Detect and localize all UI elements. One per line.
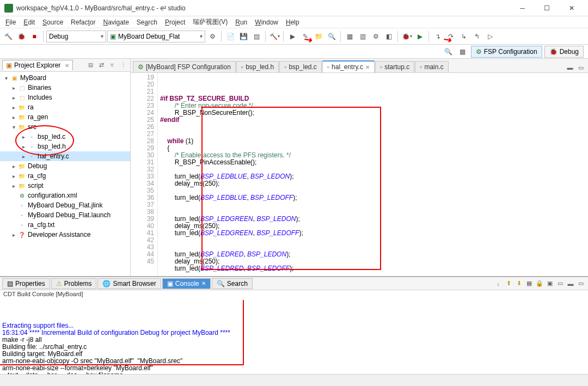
tab-bsp-led-c[interactable]: ▫bsp_led.c [279,61,322,72]
tree-includes[interactable]: ▸⬚Includes [0,93,130,102]
file-icon: ▫ [380,63,382,71]
build-dropdown[interactable]: 🔨▾ [268,30,280,42]
step-over-button[interactable]: ↷ [445,30,457,42]
gear-button[interactable]: ⚙ [370,30,382,42]
project-explorer-tab[interactable]: ▣ Project Explorer ✕ [2,60,73,70]
collapse-all-button[interactable]: ⊟ [85,60,95,70]
search-icon[interactable]: 🔍 [443,46,455,58]
tree-launch[interactable]: ▫MyBoard Debug_Flat.launch [0,210,130,220]
build-button[interactable]: 🔨 [2,30,14,42]
tree-config-xml[interactable]: ⚙configuration.xml [0,191,130,200]
tab-bsp-led-h[interactable]: ▫bsp_led.h [236,61,279,72]
new-button[interactable]: 📄 [224,30,236,42]
tree-ra-gen[interactable]: ▸📁ra_gen [0,112,130,122]
tool-button-3[interactable]: ▥ [357,30,369,42]
menu-window[interactable]: Window [252,17,281,27]
tree-ra-cfg-txt[interactable]: ▫ra_cfg.txt [0,220,130,230]
launch-config-combo[interactable]: ▣ MyBoard Debug_Flat ▾ [107,30,205,42]
menu-help[interactable]: Help [283,17,303,27]
minimize-button[interactable]: ─ [510,1,535,16]
perspective-fsp[interactable]: ⚙ FSP Configuration [471,46,542,58]
project-tree[interactable]: ▾▣MyBoard ▸⬚Binaries ▸⬚Includes ▸📁ra ▸📁r… [0,72,130,276]
editor-tabs: ⚙[MyBoard] FSP Configuration ▫bsp_led.h … [131,59,588,73]
menu-edit[interactable]: Edit [20,17,38,27]
console-output[interactable]: Extracting support files...16:31:04 ****… [0,300,588,374]
view-menu-button[interactable]: ⋮ [118,60,128,70]
bottom-tabs: ▤Properties ⚠Problems 🌐Smart Browser ▣Co… [0,277,588,290]
menu-renesas[interactable]: 瑞萨视图(V) [189,16,231,28]
launch-mode-combo[interactable]: Debug ▾ [46,30,106,42]
tree-binaries[interactable]: ▸⬚Binaries [0,83,130,93]
console-clear-button[interactable]: ▦ [524,279,534,289]
maximize-view-button[interactable]: ▭ [576,63,586,72]
folder-button[interactable]: 📁 [313,30,324,42]
tree-hal-entry-c[interactable]: ▸▫hal_entry.c [0,151,130,161]
close-button[interactable]: ✕ [559,1,584,16]
resume-button[interactable]: ▷ [484,30,496,42]
tab-startup-c[interactable]: ▫startup.c [375,61,414,72]
open-perspective-button[interactable]: ▦ [457,46,469,58]
perspective-debug[interactable]: 🐞 Debug [544,46,584,58]
console-up-button[interactable]: ⬆ [504,279,513,289]
editor-body: 1920212223242526272829303132333435363738… [131,73,588,276]
code-editor[interactable]: #if BSP_TZ_SECURE_BUILD /* Enter non-sec… [158,73,588,276]
debug-button[interactable]: 🐞 [15,30,27,42]
tab-properties[interactable]: ▤Properties [2,278,50,289]
menu-search[interactable]: Search [133,17,161,27]
filter-button[interactable]: ▿ [107,60,117,70]
tool-button-4[interactable]: ◧ [383,30,395,42]
tree-bsp-led-h[interactable]: ▸▫bsp_led.h [0,142,130,151]
tool-button-2[interactable]: ▦ [344,30,356,42]
debug-dropdown[interactable]: 🐞▾ [401,30,413,42]
launch-config-value: MyBoard Debug_Flat [118,33,180,40]
project-explorer: ▣ Project Explorer ✕ ⊟ ⇄ ▿ ⋮ ▾▣MyBoard ▸… [0,59,131,276]
tab-console[interactable]: ▣Console✕ [162,278,211,289]
tab-search[interactable]: 🔍Search [212,278,253,289]
save-button[interactable]: 💾 [237,30,249,42]
tab-smart-browser[interactable]: 🌐Smart Browser [97,278,161,289]
search-icon: 🔍 [217,280,225,287]
tab-fsp-config[interactable]: ⚙[MyBoard] FSP Configuration [133,61,236,72]
settings-button[interactable]: ⚙ [206,30,218,42]
menu-run[interactable]: Run [232,17,250,27]
run-dropdown[interactable]: ▶ [286,30,298,42]
tree-bsp-led-c[interactable]: ▸▫bsp_led.c [0,132,130,142]
console-display-button[interactable]: ▣ [545,279,555,289]
close-icon[interactable]: ✕ [365,64,370,70]
run-button-2[interactable]: ▶ [414,30,426,42]
menu-source[interactable]: Source [39,17,66,27]
step-into-button[interactable]: ↳ [458,30,470,42]
tree-dev-assist[interactable]: ▸❓Developer Assistance [0,230,130,240]
maximize-button[interactable]: ☐ [535,1,559,16]
close-icon[interactable]: ✕ [201,280,206,286]
tree-ra-cfg[interactable]: ▸📁ra_cfg [0,171,130,181]
console-down-button[interactable]: ⬇ [514,279,524,289]
tab-hal-entry-c[interactable]: ▫hal_entry.c✕ [322,60,375,72]
tree-project-root[interactable]: ▾▣MyBoard [0,73,130,83]
step-button[interactable]: ↴ [432,30,444,42]
step-out-button[interactable]: ↰ [471,30,483,42]
menu-file[interactable]: File [2,17,19,27]
console-pin-button[interactable]: ↓ [493,279,503,289]
menu-refactor[interactable]: Refactor [68,17,99,27]
save-all-button[interactable]: ▤ [250,30,262,42]
close-icon[interactable]: ✕ [65,63,69,69]
search-toolbar-button[interactable]: 🔍 [326,30,338,42]
tab-main-c[interactable]: ▫main.c [415,61,449,72]
tree-src[interactable]: ▾📁src [0,122,130,132]
link-editor-button[interactable]: ⇄ [96,60,106,70]
console-max-button[interactable]: ▭ [576,279,586,289]
tab-problems[interactable]: ⚠Problems [51,278,97,289]
tree-script[interactable]: ▸📁script [0,181,130,191]
minimize-view-button[interactable]: ▬ [565,63,575,72]
menu-project[interactable]: Project [162,17,188,27]
console-min-button[interactable]: ▬ [566,279,575,289]
tree-ra[interactable]: ▸📁ra [0,102,130,112]
stop-button[interactable]: ■ [28,30,40,42]
console-lock-button[interactable]: 🔒 [535,279,544,289]
tool-button[interactable]: ✎ [299,30,311,42]
console-open-button[interactable]: ▭ [555,279,565,289]
tree-jlink[interactable]: ▫MyBoard Debug_Flat.jlink [0,200,130,210]
tree-debug[interactable]: ▸📁Debug [0,161,130,171]
menu-navigate[interactable]: Navigate [100,17,132,27]
